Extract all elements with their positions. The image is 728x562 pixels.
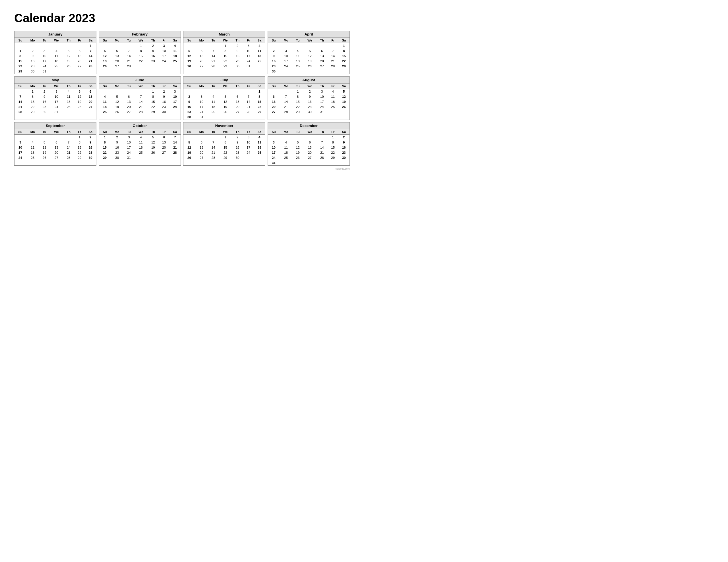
day-cell: 29	[15, 69, 26, 74]
day-cell: 13	[317, 53, 328, 59]
day-cell: 20	[85, 99, 96, 104]
day-header-sa: Sa	[85, 38, 96, 43]
day-cell: 10	[39, 53, 50, 59]
day-cell: 16	[232, 53, 243, 59]
day-cell	[280, 160, 293, 165]
day-cell	[280, 135, 293, 140]
day-cell: 10	[159, 48, 169, 53]
day-cell	[268, 43, 280, 49]
day-cell: 2	[148, 43, 159, 49]
day-cell: 23	[85, 150, 96, 155]
day-header-mo: Mo	[111, 38, 124, 43]
day-cell	[338, 69, 349, 74]
day-cell	[148, 64, 159, 69]
day-cell: 5	[111, 94, 124, 99]
day-header-mo: Mo	[26, 84, 39, 89]
day-cell: 18	[292, 59, 303, 64]
day-cell: 17	[159, 53, 169, 59]
day-cell: 13	[159, 140, 169, 145]
day-header-we: We	[303, 84, 317, 89]
day-cell: 10	[15, 145, 26, 150]
day-header-tu: Tu	[208, 38, 219, 43]
day-cell: 25	[63, 104, 74, 109]
day-header-mo: Mo	[195, 84, 208, 89]
day-cell: 23	[303, 104, 317, 109]
month-title: July	[183, 77, 265, 84]
day-cell: 23	[268, 64, 280, 69]
day-cell: 17	[15, 150, 26, 155]
day-cell: 25	[99, 109, 111, 115]
day-cell: 20	[74, 59, 85, 64]
day-cell: 21	[317, 150, 328, 155]
day-cell: 13	[111, 53, 124, 59]
day-cell: 15	[26, 99, 39, 104]
day-cell: 9	[183, 99, 195, 104]
day-cell: 1	[148, 89, 159, 94]
day-cell: 22	[254, 104, 265, 109]
day-cell	[63, 43, 74, 49]
day-header-sa: Sa	[169, 129, 181, 135]
day-cell: 1	[292, 89, 303, 94]
day-cell: 24	[50, 104, 63, 109]
day-cell	[254, 155, 265, 160]
day-cell: 19	[148, 145, 159, 150]
day-cell: 30	[338, 155, 349, 160]
day-cell: 22	[99, 150, 111, 155]
day-header-sa: Sa	[254, 38, 265, 43]
day-cell	[195, 135, 208, 140]
day-cell: 4	[254, 135, 265, 140]
day-cell: 10	[268, 145, 280, 150]
day-cell	[232, 115, 243, 120]
day-cell: 23	[232, 150, 243, 155]
day-cell	[63, 109, 74, 115]
day-cell: 28	[134, 109, 148, 115]
day-cell: 11	[254, 48, 265, 53]
day-cell	[169, 109, 181, 115]
day-cell	[317, 135, 328, 140]
day-header-th: Th	[63, 129, 74, 135]
day-cell: 28	[243, 109, 254, 115]
day-cell: 5	[63, 48, 74, 53]
day-cell: 13	[232, 99, 243, 104]
day-cell: 6	[123, 94, 134, 99]
day-cell: 28	[317, 155, 328, 160]
day-header-sa: Sa	[85, 84, 96, 89]
day-cell: 20	[159, 145, 169, 150]
day-cell: 10	[195, 99, 208, 104]
day-header-su: Su	[268, 38, 280, 43]
day-cell: 13	[303, 145, 317, 150]
month-february: FebruarySuMoTuWeThFrSa123456789101112131…	[99, 31, 181, 74]
day-cell: 15	[148, 99, 159, 104]
day-cell: 17	[243, 53, 254, 59]
day-header-th: Th	[317, 38, 328, 43]
day-cell: 8	[134, 48, 148, 53]
day-cell	[183, 135, 195, 140]
day-cell	[50, 43, 63, 49]
day-cell: 22	[219, 150, 232, 155]
day-cell: 18	[169, 53, 181, 59]
day-cell: 17	[243, 145, 254, 150]
day-cell: 25	[254, 59, 265, 64]
day-cell: 8	[254, 94, 265, 99]
day-cell: 16	[338, 145, 349, 150]
month-title: February	[99, 31, 181, 38]
day-header-we: We	[303, 129, 317, 135]
day-cell: 18	[99, 104, 111, 109]
day-cell: 28	[169, 150, 181, 155]
day-cell: 26	[148, 150, 159, 155]
day-cell: 5	[183, 140, 195, 145]
month-title: December	[268, 123, 349, 129]
day-cell: 13	[123, 99, 134, 104]
day-cell: 13	[85, 94, 96, 99]
day-cell: 20	[317, 59, 328, 64]
day-cell: 30	[232, 155, 243, 160]
day-cell: 7	[208, 48, 219, 53]
day-cell	[232, 89, 243, 94]
day-cell: 13	[268, 99, 280, 104]
day-cell: 12	[99, 53, 111, 59]
day-cell: 1	[219, 43, 232, 49]
month-title: March	[183, 31, 265, 38]
day-header-tu: Tu	[208, 84, 219, 89]
day-header-we: We	[50, 38, 63, 43]
day-cell: 14	[280, 99, 293, 104]
